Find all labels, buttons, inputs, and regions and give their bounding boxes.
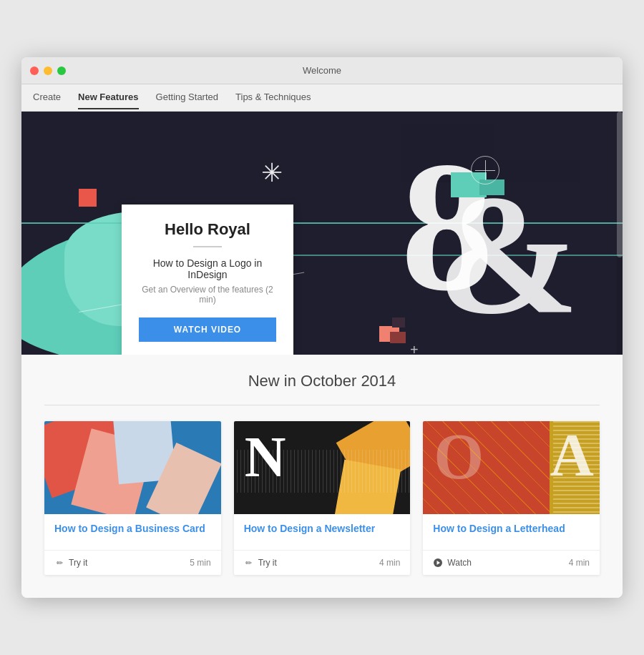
watch-video-button[interactable]: WATCH VIDEO (139, 317, 276, 342)
card-newsletter: N How to Design a Newsletter Try it 4 mi… (234, 421, 411, 575)
tab-new-features[interactable]: New Features (78, 86, 139, 109)
card-action-label-letterhead: Watch (447, 558, 472, 568)
card-link-letterhead[interactable]: How to Design a Letterhead (433, 523, 590, 534)
hero-card: Hello Royal How to Design a Logo in InDe… (122, 205, 293, 355)
card-thumbnail-newsletter: N (234, 421, 411, 514)
card-link-newsletter[interactable]: How to Design a Newsletter (244, 523, 401, 534)
crosshair-decoration (475, 160, 495, 180)
pencil-icon (54, 558, 64, 568)
card-duration-business-card: 5 min (190, 558, 210, 568)
card-duration-newsletter: 4 min (379, 558, 400, 568)
hero-greeting: Hello Royal (139, 220, 276, 239)
titlebar: Welcome (21, 57, 623, 84)
plus-decoration-2: + (467, 226, 474, 239)
play-icon (433, 558, 443, 568)
card-thumbnail-business-card (44, 421, 221, 514)
hero-scrollbar-thumb (617, 112, 623, 257)
hero-scrollbar[interactable] (617, 112, 623, 355)
window-title: Welcome (303, 65, 341, 76)
hero-banner: 8 & ✳ + + Hello Royal How to Design a Lo… (21, 112, 623, 355)
card-body-newsletter: How to Design a Newsletter (234, 514, 411, 550)
section-divider (44, 405, 600, 405)
card-letterhead: O A How to Design a Letterhead (423, 421, 600, 575)
card-link-business-card[interactable]: How to Design a Business Card (54, 523, 211, 534)
hero-divider (193, 246, 222, 247)
card-thumbnail-letterhead: O A (423, 421, 600, 514)
main-content: New in October 2014 How to Design a Busi… (21, 355, 623, 598)
cards-grid: How to Design a Business Card Try it 5 m… (44, 421, 600, 575)
card-action-label-business-card: Try it (69, 558, 87, 568)
maximize-button[interactable] (57, 67, 66, 75)
card-action-business-card: Try it (54, 558, 87, 568)
minimize-button[interactable] (44, 67, 52, 75)
plus-decoration-1: + (410, 342, 419, 355)
tab-create[interactable]: Create (33, 86, 61, 109)
hero-description: Get an Overview of the features (2 min) (139, 285, 276, 305)
card-footer-newsletter: Try it 4 min (234, 550, 411, 575)
card-action-letterhead: Watch (433, 558, 472, 568)
card-footer-letterhead: Watch 4 min (423, 550, 600, 575)
hero-subtitle: How to Design a Logo in InDesign (139, 257, 276, 280)
card-business-card: How to Design a Business Card Try it 5 m… (44, 421, 221, 575)
tab-getting-started[interactable]: Getting Started (156, 86, 218, 109)
card-action-newsletter: Try it (244, 558, 277, 568)
nav-tabs: Create New Features Getting Started Tips… (21, 84, 623, 112)
card-action-label-newsletter: Try it (258, 558, 277, 568)
thumb-wave-lines (234, 450, 411, 493)
pencil-icon-2 (244, 558, 254, 568)
rect-decoration-1 (79, 189, 97, 207)
card-footer-business-card: Try it 5 min (44, 550, 221, 575)
card-body-letterhead: How to Design a Letterhead (423, 514, 600, 550)
app-window: Welcome Create New Features Getting Star… (21, 57, 623, 598)
titlebar-buttons (30, 67, 66, 75)
card-duration-letterhead: 4 min (569, 558, 590, 568)
thumb-right-lines (553, 421, 600, 514)
asterisk-decoration: ✳ (261, 158, 283, 188)
rect-decoration-5 (390, 332, 406, 343)
rect-decoration-6 (392, 317, 405, 328)
section-title: New in October 2014 (44, 372, 600, 390)
tab-tips[interactable]: Tips & Techniques (235, 86, 311, 109)
card-body-business-card: How to Design a Business Card (44, 514, 221, 550)
hero-background: 8 & ✳ + + (21, 112, 623, 355)
close-button[interactable] (30, 67, 39, 75)
